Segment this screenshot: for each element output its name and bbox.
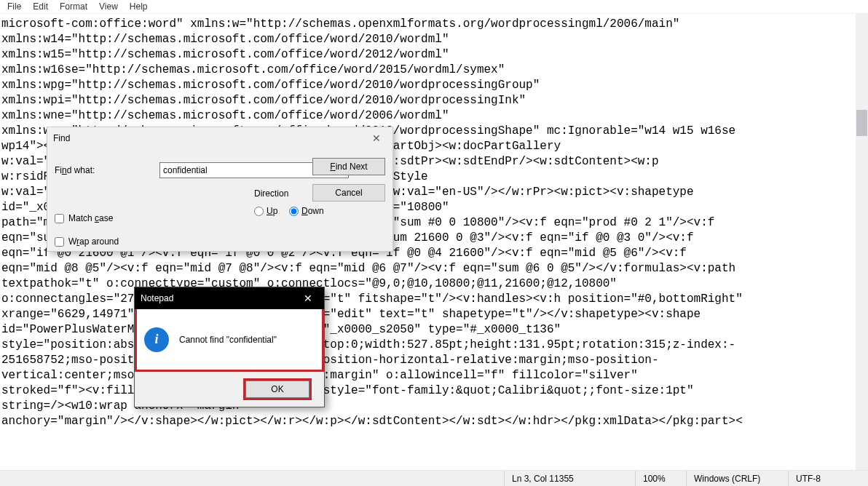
- status-zoom: 100%: [635, 471, 686, 486]
- status-bar: Ln 3, Col 11355 100% Windows (CRLF) UTF-…: [0, 470, 868, 486]
- msgbox-text: Cannot find "confidential": [179, 335, 277, 345]
- direction-label: Direction: [254, 188, 288, 199]
- status-cursor-pos: Ln 3, Col 11355: [504, 471, 635, 486]
- vertical-scrollbar[interactable]: [856, 14, 868, 470]
- menu-edit[interactable]: Edit: [27, 1, 54, 12]
- cancel-button[interactable]: Cancel: [312, 184, 385, 202]
- menu-bar: File Edit Format View Help: [0, 0, 868, 14]
- close-icon[interactable]: ✕: [360, 127, 392, 149]
- find-next-button[interactable]: Find Next: [312, 158, 385, 175]
- message-box: Notepad ✕ i Cannot find "confidential" O…: [134, 287, 325, 407]
- direction-up-radio[interactable]: Up: [254, 206, 277, 216]
- status-encoding: UTF-8: [788, 471, 868, 486]
- find-dialog: Find ✕ Find what: Find Next Cancel Direc…: [47, 127, 393, 252]
- info-icon: i: [144, 327, 169, 352]
- wrap-around-checkbox[interactable]: Wrap around: [55, 236, 119, 247]
- find-title: Find: [53, 133, 70, 143]
- status-eol: Windows (CRLF): [686, 471, 788, 486]
- ok-button[interactable]: OK: [245, 381, 309, 398]
- menu-help[interactable]: Help: [124, 1, 154, 12]
- direction-down-radio[interactable]: Down: [289, 206, 324, 216]
- find-what-label: Find what:: [55, 165, 95, 175]
- scrollbar-thumb[interactable]: [856, 110, 867, 136]
- menu-file[interactable]: File: [1, 1, 27, 12]
- menu-format[interactable]: Format: [54, 1, 93, 12]
- close-icon[interactable]: ✕: [291, 287, 324, 309]
- find-titlebar[interactable]: Find ✕: [47, 127, 392, 149]
- msgbox-titlebar[interactable]: Notepad ✕: [135, 287, 324, 309]
- menu-view[interactable]: View: [93, 1, 124, 12]
- msgbox-title: Notepad: [141, 293, 173, 303]
- match-case-checkbox[interactable]: Match case: [55, 213, 113, 223]
